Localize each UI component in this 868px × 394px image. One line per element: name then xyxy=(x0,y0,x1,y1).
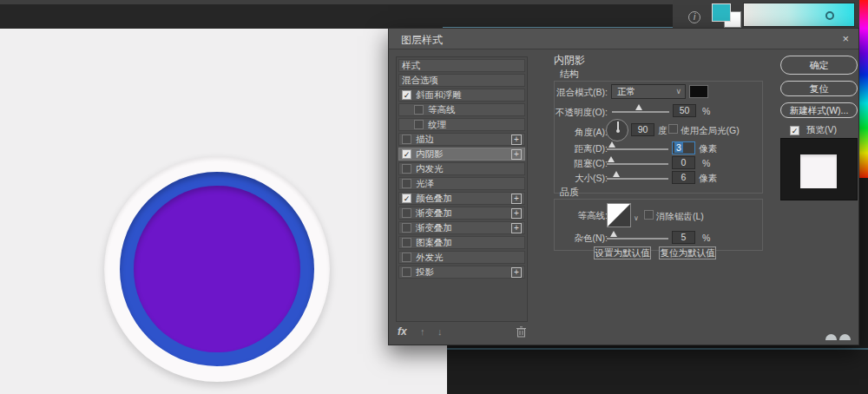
checkbox-icon[interactable] xyxy=(402,238,411,247)
saturation-brightness-field[interactable] xyxy=(743,3,855,27)
opacity-input[interactable]: 50 xyxy=(673,104,696,117)
checkbox-icon[interactable] xyxy=(402,267,411,277)
effect-header: 内阴影 xyxy=(554,53,585,68)
checkbox-icon[interactable]: ✓ xyxy=(402,149,411,159)
styles-list-toolbar: fx ↑ ↓ xyxy=(396,325,528,339)
ok-button[interactable]: 确定 xyxy=(780,56,858,75)
color-picker-panel: i xyxy=(673,0,868,29)
angle-label: 角度(A): xyxy=(575,127,608,139)
style-item-satin[interactable]: 光泽 xyxy=(398,177,525,190)
choke-label: 阻塞(C): xyxy=(575,158,608,170)
style-item-texture[interactable]: 纹理 xyxy=(398,118,525,131)
reset-button[interactable]: 复位 xyxy=(780,81,858,96)
add-effect-icon[interactable]: + xyxy=(511,208,522,219)
dialog-grip-dot xyxy=(825,334,837,340)
blend-mode-label: 混合模式(B): xyxy=(556,87,608,99)
shadow-color-swatch[interactable] xyxy=(689,85,708,98)
choke-slider[interactable] xyxy=(607,163,668,165)
document-canvas[interactable] xyxy=(0,29,447,394)
hue-slider[interactable] xyxy=(859,0,868,178)
circle-shape-ring xyxy=(120,172,314,366)
color-field-marker[interactable] xyxy=(825,11,834,20)
opacity-slider-thumb[interactable] xyxy=(635,104,642,110)
dialog-titlebar[interactable]: 图层样式 × xyxy=(389,29,858,49)
choke-slider-thumb[interactable] xyxy=(608,156,615,162)
checkbox-icon[interactable] xyxy=(402,253,411,262)
choke-input[interactable]: 0 xyxy=(672,156,695,169)
new-style-button[interactable]: 新建样式(W)... xyxy=(780,102,858,118)
checkbox-icon[interactable]: ✓ xyxy=(402,194,411,203)
style-item-gradient-overlay-1[interactable]: 渐变叠加 + xyxy=(398,207,525,220)
distance-slider-thumb[interactable] xyxy=(608,141,615,148)
global-light-label: 使用全局光(G) xyxy=(681,125,740,137)
antialias-checkbox[interactable] xyxy=(644,210,654,220)
style-item-color-overlay[interactable]: ✓ 颜色叠加 + xyxy=(398,192,525,205)
checkbox-icon[interactable] xyxy=(402,223,411,233)
opacity-slider[interactable] xyxy=(612,111,669,113)
checkbox-icon[interactable] xyxy=(414,105,424,115)
fx-icon[interactable]: fx xyxy=(398,325,407,338)
size-slider-thumb[interactable] xyxy=(613,171,620,177)
delete-effect-icon[interactable] xyxy=(516,326,526,338)
checkbox-icon[interactable]: ✓ xyxy=(402,90,411,100)
effect-preview-square xyxy=(800,154,837,188)
add-effect-icon[interactable]: + xyxy=(511,223,522,233)
contour-label: 等高线: xyxy=(578,210,608,222)
add-effect-icon[interactable]: + xyxy=(511,267,522,278)
foreground-color-swatch[interactable] xyxy=(712,3,731,22)
checkbox-icon[interactable] xyxy=(402,208,411,218)
move-effect-up-icon[interactable]: ↑ xyxy=(420,326,425,337)
noise-slider-thumb[interactable] xyxy=(610,231,617,237)
noise-label: 杂色(N): xyxy=(575,233,608,245)
style-item-outer-glow[interactable]: 外发光 xyxy=(398,251,525,264)
style-item-pattern-overlay[interactable]: 图案叠加 xyxy=(398,236,525,249)
distance-slider[interactable] xyxy=(607,148,668,150)
style-item-stroke[interactable]: 描边 + xyxy=(398,133,525,146)
noise-input[interactable]: 5 xyxy=(672,231,695,244)
move-effect-down-icon[interactable]: ↓ xyxy=(437,326,443,337)
noise-slider[interactable] xyxy=(607,238,668,240)
style-item-inner-shadow[interactable]: ✓ 内阴影 + xyxy=(398,148,525,161)
antialias-label: 消除锯齿(L) xyxy=(656,211,704,223)
angle-input[interactable]: 90 xyxy=(631,123,654,136)
style-item-styles[interactable]: 样式 xyxy=(398,59,525,72)
circle-shape-outer[interactable] xyxy=(104,156,330,382)
style-item-gradient-overlay-2[interactable]: 渐变叠加 + xyxy=(398,221,525,234)
size-slider[interactable] xyxy=(607,178,668,180)
distance-input[interactable]: 3 xyxy=(672,141,695,154)
style-item-blending-options[interactable]: 混合选项 xyxy=(398,74,525,87)
style-item-inner-glow[interactable]: 内发光 xyxy=(398,162,525,175)
add-effect-icon[interactable]: + xyxy=(511,149,522,160)
add-effect-icon[interactable]: + xyxy=(511,135,522,145)
contour-picker[interactable] xyxy=(607,203,631,227)
styles-list: 样式 混合选项 ✓ 斜面和浮雕 等高线 纹理 描边 + xyxy=(396,56,528,322)
reset-default-button[interactable]: 复位为默认值 xyxy=(659,246,716,259)
set-default-button[interactable]: 设置为默认值 xyxy=(594,246,651,259)
angle-dial[interactable] xyxy=(606,119,628,141)
checkbox-icon[interactable] xyxy=(402,164,411,174)
size-input[interactable]: 6 xyxy=(672,171,695,184)
checkbox-icon[interactable] xyxy=(402,179,411,188)
layer-style-dialog: 图层样式 × 样式 混合选项 ✓ 斜面和浮雕 等高线 纹理 xyxy=(388,28,859,345)
style-item-drop-shadow[interactable]: 投影 + xyxy=(398,266,525,279)
size-label: 大小(S): xyxy=(575,173,608,185)
style-item-contour[interactable]: 等高线 xyxy=(398,103,525,116)
opacity-unit: % xyxy=(702,106,710,116)
close-icon[interactable]: × xyxy=(842,32,849,45)
effect-preview-thumbnail xyxy=(780,138,858,200)
dialog-title: 图层样式 xyxy=(401,33,443,48)
checkbox-icon[interactable] xyxy=(402,135,411,144)
info-icon: i xyxy=(688,11,700,23)
noise-unit: % xyxy=(702,233,710,243)
preview-checkbox[interactable]: ✓ xyxy=(790,126,799,135)
size-unit: 像素 xyxy=(699,173,717,185)
quality-legend: 品质 xyxy=(560,186,579,199)
add-effect-icon[interactable]: + xyxy=(511,194,522,204)
global-light-checkbox[interactable] xyxy=(668,124,678,134)
checkbox-icon[interactable] xyxy=(414,120,424,129)
blend-mode-select[interactable]: 正常 ∨ xyxy=(611,84,686,99)
chevron-down-icon[interactable]: ∨ xyxy=(634,214,639,222)
distance-unit: 像素 xyxy=(699,143,717,155)
style-item-bevel-emboss[interactable]: ✓ 斜面和浮雕 xyxy=(398,89,525,102)
opacity-label: 不透明度(O): xyxy=(556,107,608,119)
